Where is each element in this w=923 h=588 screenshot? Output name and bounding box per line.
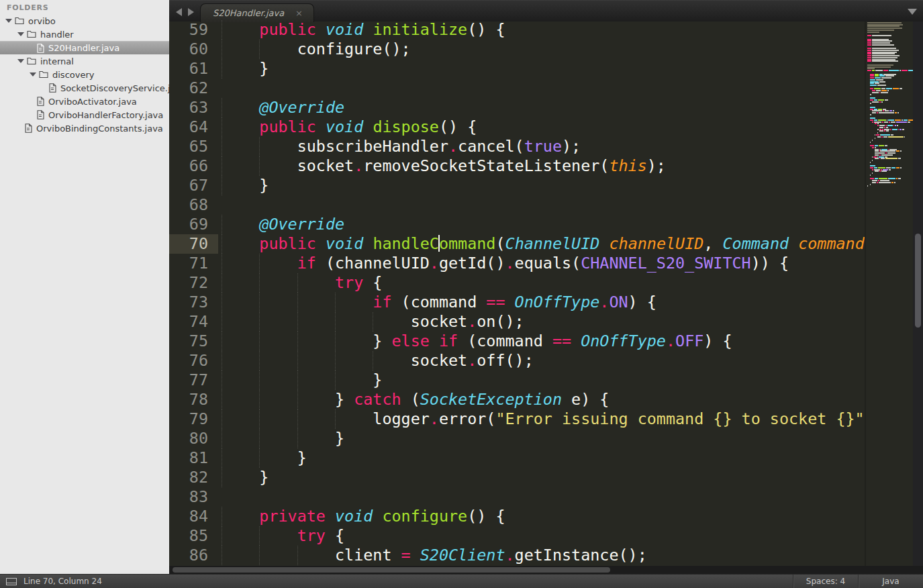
vertical-scrollbar[interactable] — [913, 21, 923, 566]
indent-guide — [259, 526, 260, 546]
code-line-68[interactable]: 68 — [169, 195, 865, 215]
tree-item-discovery[interactable]: discovery — [0, 68, 169, 81]
code-line-73[interactable]: 73 if (command == OnOffType.ON) { — [169, 293, 865, 312]
tree-item-label: discovery — [52, 70, 94, 80]
tree-item-socketdiscoveryservice-java[interactable]: SocketDiscoveryService.java — [0, 81, 169, 95]
code-text: public void handleCommand(ChannelUID cha… — [218, 234, 865, 254]
line-number: 66 — [169, 156, 218, 176]
tab-close-icon[interactable]: × — [295, 8, 303, 18]
tab-scroll-left-icon[interactable] — [176, 8, 182, 16]
code-line-78[interactable]: 78 } catch (SocketException e) { — [169, 390, 865, 409]
code-line-70[interactable]: 70 public void handleCommand(ChannelUID … — [169, 234, 865, 254]
indent-guide — [222, 332, 222, 351]
tree-item-label: OrviboBindingConstants.java — [36, 124, 163, 134]
code-line-75[interactable]: 75 } else if (command == OnOffType.OFF) … — [169, 332, 865, 351]
panel-toggle-icon[interactable] — [6, 578, 17, 585]
code-line-67[interactable]: 67 } — [169, 176, 865, 195]
code-text: try { — [218, 526, 865, 546]
file-icon — [37, 97, 44, 106]
tree-item-orviboactivator-java[interactable]: OrviboActivator.java — [0, 95, 169, 108]
code-line-61[interactable]: 61 } — [169, 59, 865, 79]
code-line-69[interactable]: 69 @Override — [169, 215, 865, 234]
indent-guide — [259, 254, 260, 273]
tab-scroll-right-icon[interactable] — [188, 8, 194, 16]
code-line-63[interactable]: 63 @Override — [169, 98, 865, 117]
disclosure-triangle-icon[interactable] — [17, 32, 24, 36]
code-line-65[interactable]: 65 subscribeHandler.cancel(true); — [169, 137, 865, 156]
indent-guide — [297, 351, 298, 371]
code-text: if (command == OnOffType.ON) { — [218, 293, 865, 312]
indent-guide — [259, 351, 260, 371]
tree-item-label: OrviboHandlerFactory.java — [48, 110, 163, 120]
sidebar: FOLDERS orvibohandlerS20Handler.javainte… — [0, 0, 169, 574]
line-number: 59 — [169, 20, 218, 40]
code-text — [218, 79, 865, 98]
indent-guide — [259, 332, 260, 351]
tree-item-internal[interactable]: internal — [0, 54, 169, 68]
code-text: socket.removeSocketStateListener(this); — [218, 156, 865, 176]
code-line-79[interactable]: 79 logger.error("Error issuing command {… — [169, 409, 865, 429]
code-line-86[interactable]: 86 client = S20Client.getInstance(); — [169, 546, 865, 565]
vertical-scrollbar-thumb[interactable] — [915, 234, 921, 328]
minimap[interactable] — [865, 21, 913, 566]
code-line-66[interactable]: 66 socket.removeSocketStateListener(this… — [169, 156, 865, 176]
code-line-64[interactable]: 64 public void dispose() { — [169, 117, 865, 137]
indent-guide — [222, 507, 222, 526]
code-line-59[interactable]: 59 public void initialize() { — [169, 20, 865, 40]
tree-item-orvibobindingconstants-java[interactable]: OrviboBindingConstants.java — [0, 121, 169, 135]
code-editor[interactable]: 59 public void initialize() {60 configur… — [169, 20, 865, 566]
code-line-82[interactable]: 82 } — [169, 468, 865, 487]
indent-guide — [222, 254, 222, 273]
code-text: @Override — [218, 98, 865, 117]
tree-item-s20handler-java[interactable]: S20Handler.java — [0, 41, 169, 54]
code-line-72[interactable]: 72 try { — [169, 273, 865, 293]
code-text: logger.error("Error issuing command {} t… — [218, 409, 865, 429]
line-number: 63 — [169, 98, 218, 117]
indent-guide — [222, 137, 222, 156]
code-line-84[interactable]: 84 private void configure() { — [169, 507, 865, 526]
code-line-80[interactable]: 80 } — [169, 429, 865, 448]
disclosure-triangle-icon[interactable] — [17, 59, 24, 63]
code-line-74[interactable]: 74 socket.on(); — [169, 312, 865, 332]
code-text: private void configure() { — [218, 507, 865, 526]
indent-guide — [297, 429, 298, 448]
tab-s20handler[interactable]: S20Handler.java × — [200, 3, 314, 22]
tree-item-handler[interactable]: handler — [0, 28, 169, 41]
code-line-85[interactable]: 85 try { — [169, 526, 865, 546]
syntax-status[interactable]: Java — [858, 575, 923, 588]
indent-guide — [297, 273, 298, 293]
indent-guide — [259, 448, 260, 468]
tree-item-orvibo[interactable]: orvibo — [0, 14, 169, 28]
tab-overflow-dropdown-icon[interactable] — [908, 9, 917, 15]
code-line-77[interactable]: 77 } — [169, 371, 865, 390]
line-number: 65 — [169, 137, 218, 156]
indent-guide — [335, 409, 336, 429]
indent-guide — [259, 137, 260, 156]
indent-guide — [259, 312, 260, 332]
code-text: } — [218, 448, 865, 468]
folder-tree: orvibohandlerS20Handler.javainternaldisc… — [0, 14, 169, 135]
indent-guide — [222, 215, 222, 234]
code-line-76[interactable]: 76 socket.off(); — [169, 351, 865, 371]
indent-guide — [222, 40, 222, 59]
code-text: client = S20Client.getInstance(); — [218, 546, 865, 565]
code-line-62[interactable]: 62 — [169, 79, 865, 98]
horizontal-scrollbar[interactable] — [169, 566, 923, 574]
disclosure-triangle-icon[interactable] — [30, 72, 36, 77]
line-number: 77 — [169, 371, 218, 390]
code-text: } — [218, 59, 865, 79]
indent-guide — [222, 293, 222, 312]
code-line-81[interactable]: 81 } — [169, 448, 865, 468]
disclosure-triangle-icon[interactable] — [5, 19, 12, 23]
code-line-71[interactable]: 71 if (channelUID.getId().equals(CHANNEL… — [169, 254, 865, 273]
code-text: } else if (command == OnOffType.OFF) { — [218, 332, 865, 351]
tree-item-orvibohandlerfactory-java[interactable]: OrviboHandlerFactory.java — [0, 108, 169, 121]
indentation-status[interactable]: Spaces: 4 — [793, 575, 858, 588]
code-line-60[interactable]: 60 configure(); — [169, 40, 865, 59]
horizontal-scrollbar-thumb[interactable] — [173, 567, 610, 573]
code-line-83[interactable]: 83 — [169, 487, 865, 507]
indent-guide — [335, 371, 336, 390]
indent-guide — [297, 409, 298, 429]
indent-guide — [222, 390, 222, 409]
code-text: } — [218, 429, 865, 448]
